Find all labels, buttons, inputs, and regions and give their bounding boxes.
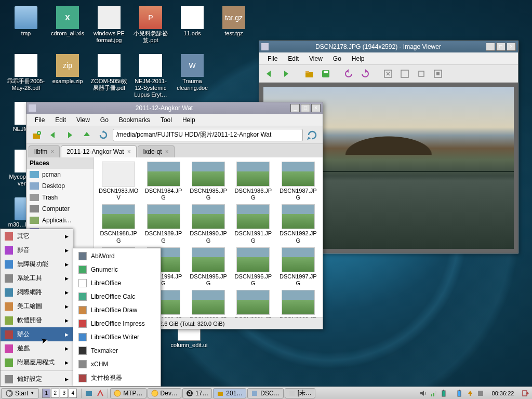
submenu-item[interactable]: Texmaker xyxy=(73,344,161,357)
file-item[interactable]: DSCN1989.JPG xyxy=(142,203,184,245)
launcher-button[interactable] xyxy=(95,388,105,398)
desktop-icon[interactable]: windows PE format.jpg xyxy=(88,5,130,52)
desktop-4[interactable]: 4 xyxy=(69,389,77,398)
close-button[interactable]: × xyxy=(311,104,321,112)
menu-bookmarks[interactable]: Bookmarks xyxy=(114,114,155,126)
menu-item[interactable]: 遊戲▶ xyxy=(1,341,73,355)
submenu-item[interactable]: LibreOffice Calc xyxy=(73,290,161,303)
menu-view[interactable]: View xyxy=(304,53,328,64)
back-button[interactable] xyxy=(262,66,277,81)
desktop-icon[interactable]: tmp xyxy=(5,5,47,52)
menu-tool[interactable]: Tool xyxy=(155,114,177,126)
file-item[interactable]: DSCN1988.JPG xyxy=(97,203,140,245)
desktop-icon[interactable]: Xcdrom_all.xls xyxy=(47,5,88,52)
sidebar-place[interactable]: Computer xyxy=(26,203,94,215)
tray-misc-icon[interactable] xyxy=(477,390,484,397)
submenu-item[interactable]: AbiWord xyxy=(73,249,161,263)
submenu-item[interactable]: xCHM xyxy=(73,357,161,371)
show-desktop-button[interactable] xyxy=(84,388,94,398)
submenu-item[interactable]: LibreOffice Writer xyxy=(73,330,161,344)
menu-edit[interactable]: Edit xyxy=(50,114,71,126)
minimize-button[interactable]: _ xyxy=(486,43,495,51)
start-button[interactable]: Start ▼ xyxy=(1,388,39,398)
desktop-icon[interactable]: ZOOM-505ii效果器手冊.pdf xyxy=(88,53,130,100)
titlebar[interactable]: 2011-12-Angkor Wat _ □ × xyxy=(26,102,323,114)
desktop-3[interactable]: 3 xyxy=(60,389,68,398)
menu-help[interactable]: Help xyxy=(347,53,370,64)
file-item[interactable]: DSCN1986.JPG xyxy=(232,161,274,202)
file-item[interactable]: DSCN1983.MOV xyxy=(97,161,140,202)
menu-item[interactable]: 附屬應用程式▶ xyxy=(1,355,73,369)
network-icon[interactable] xyxy=(430,390,437,397)
taskbar-task[interactable]: DSC… xyxy=(247,388,283,398)
menu-edit[interactable]: Edit xyxy=(283,53,304,64)
menu-item[interactable]: 網際網路▶ xyxy=(1,285,73,299)
clock[interactable]: 00:36:22 xyxy=(487,390,518,396)
back-button[interactable] xyxy=(46,128,61,142)
menu-item[interactable]: 無障礙功能▶ xyxy=(1,257,73,271)
sidebar-place[interactable]: pcman xyxy=(26,169,94,180)
file-item[interactable]: DSCN1995.JPG xyxy=(187,246,230,288)
desktop-icon[interactable]: WTrauma clearing.doc xyxy=(171,53,213,100)
updates-icon[interactable] xyxy=(467,390,474,397)
desktop-2[interactable]: 2 xyxy=(51,389,59,398)
volume-icon[interactable] xyxy=(420,390,427,397)
tab[interactable]: libfm× xyxy=(29,145,60,157)
menu-view[interactable]: View xyxy=(71,114,95,126)
menu-file[interactable]: File xyxy=(30,114,50,126)
sidebar-place[interactable]: Trash xyxy=(26,192,94,203)
logout-icon[interactable] xyxy=(522,390,529,397)
tab[interactable]: 2011-12-Angkor Wat× xyxy=(61,145,136,157)
file-item[interactable]: DSCN1991.JPG xyxy=(232,203,274,245)
menu-item[interactable]: 美工繪圖▶ xyxy=(1,299,73,313)
menu-item[interactable]: 其它▶ xyxy=(1,229,73,243)
taskbar-task[interactable]: 201… xyxy=(213,388,246,398)
tab-close-button[interactable]: × xyxy=(127,148,131,155)
file-item[interactable]: DSCN2002.JPG xyxy=(277,289,320,317)
file-item[interactable]: DSCN1990.JPG xyxy=(187,203,230,245)
submenu-item[interactable]: LibreOffice xyxy=(73,276,161,290)
taskbar-task[interactable]: Dev… xyxy=(148,388,181,398)
file-item[interactable]: DSCN1987.JPG xyxy=(277,161,320,202)
tab-close-button[interactable]: × xyxy=(165,148,169,155)
desktop-icon[interactable]: zipexample.zip xyxy=(47,53,88,100)
file-item[interactable]: DSCN1984.JPG xyxy=(142,161,184,202)
rotate-right-button[interactable] xyxy=(358,66,373,81)
zoom-original-button[interactable] xyxy=(397,66,412,81)
address-bar[interactable]: /media/pcman/FUJITSU HDD/照片/2011-12-Angk… xyxy=(113,129,303,141)
maximize-button[interactable]: □ xyxy=(301,104,310,112)
close-button[interactable]: × xyxy=(507,43,516,51)
menu-go[interactable]: Go xyxy=(328,53,347,64)
menu-item[interactable]: 影音▶ xyxy=(1,243,73,257)
file-item[interactable]: DSCN1985.JPG xyxy=(187,161,230,202)
battery-icon[interactable] xyxy=(441,390,448,397)
battery-icon-2[interactable] xyxy=(456,390,463,397)
sidebar-place[interactable]: Applicati… xyxy=(26,215,94,226)
zoom-in-button[interactable] xyxy=(414,66,429,81)
maximize-button[interactable]: □ xyxy=(496,43,506,51)
desktop-icon[interactable]: 11.ods xyxy=(171,5,213,52)
desktop-icon[interactable]: tar.gztest.tgz xyxy=(213,5,255,52)
forward-button[interactable] xyxy=(279,66,294,81)
submenu-item[interactable]: Gnumeric xyxy=(73,263,161,276)
file-item[interactable]: DSCN1997.JPG xyxy=(277,246,320,288)
zoom-fit-button[interactable] xyxy=(381,66,395,81)
desktop-icon[interactable]: P小兒科急診祕笈.ppt xyxy=(130,5,171,52)
menu-go[interactable]: Go xyxy=(95,114,114,126)
taskbar-task[interactable]: a17… xyxy=(182,388,212,398)
forward-button[interactable] xyxy=(63,128,77,142)
taskbar-task[interactable]: MTP… xyxy=(110,388,146,398)
save-button[interactable] xyxy=(318,66,333,81)
sidebar-place[interactable]: Desktop xyxy=(26,180,94,192)
desktop-icon[interactable]: NEJM-2011-12-Systemic Lupus Eryt… xyxy=(130,53,171,100)
menu-item[interactable]: 軟體開發▶ xyxy=(1,313,73,327)
up-button[interactable] xyxy=(79,128,94,142)
submenu-item[interactable]: LibreOffice Draw xyxy=(73,303,161,317)
titlebar[interactable]: DSCN2178.JPG (1944x2592) - Image Viewer … xyxy=(259,41,518,52)
tab[interactable]: lxde-qt× xyxy=(138,145,175,157)
menu-item[interactable]: 辦公▶ xyxy=(1,327,73,341)
minimize-button[interactable]: _ xyxy=(290,104,300,112)
file-item[interactable]: DSCN2001.JPG xyxy=(232,289,274,317)
open-button[interactable] xyxy=(302,66,316,81)
file-item[interactable]: DSCN2000.JPG xyxy=(187,289,230,317)
